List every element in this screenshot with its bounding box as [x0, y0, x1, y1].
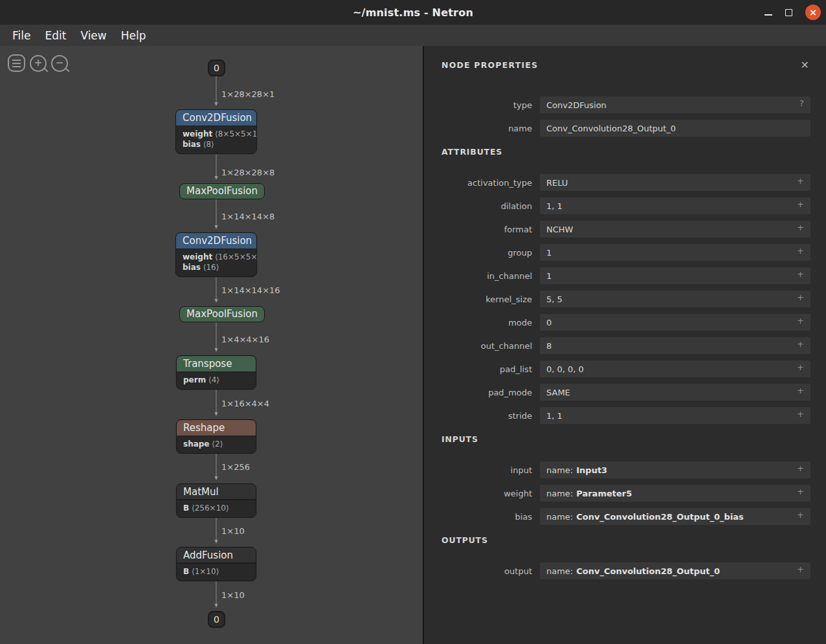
attribute-label: out_channel — [440, 341, 532, 351]
output-row-output: output name: Conv_Convolution28_Output_0… — [440, 562, 810, 579]
graph-node-output[interactable]: 0 — [208, 611, 225, 628]
input-value-box[interactable]: name: Parameter5 + — [540, 485, 810, 502]
attribute-value-box[interactable]: 8 + — [540, 337, 810, 354]
attribute-value-box[interactable]: RELU + — [540, 174, 810, 191]
attribute-value-box[interactable]: 5, 5 + — [540, 291, 810, 307]
attributes-title: ATTRIBUTES — [441, 147, 810, 157]
name-value-box[interactable]: Conv_Convolution28_Output_0 — [540, 120, 810, 137]
node-attrs: weight ⟨8×5×5×1⟩ bias ⟨8⟩ — [176, 126, 256, 153]
inputs-title: INPUTS — [441, 434, 810, 444]
zoom-in-icon[interactable]: + — [30, 55, 47, 72]
edge-shape-label: 1×16×4×4 — [221, 399, 269, 408]
attribute-value: SAME — [546, 388, 570, 397]
attribute-value: 1 — [546, 248, 552, 258]
expand-icon[interactable]: + — [797, 363, 804, 372]
output-value-box[interactable]: name: Conv_Convolution28_Output_0 + — [540, 562, 810, 579]
node-attrs: B ⟨1×10⟩ — [177, 563, 256, 581]
graph-node-transpose[interactable]: Transpose perm ⟨4⟩ — [176, 355, 256, 390]
attribute-value: 0, 0, 0, 0 — [546, 364, 584, 374]
graph-node-input[interactable]: 0 — [208, 60, 225, 76]
attr-name: shape — [183, 439, 210, 449]
attribute-value-box[interactable]: 1 + — [540, 267, 810, 284]
attribute-label: in_channel — [440, 271, 532, 281]
attr-value: ⟨8⟩ — [203, 140, 214, 149]
outputs-title: OUTPUTS — [441, 535, 810, 545]
help-icon[interactable]: ? — [799, 99, 804, 107]
name-prefix: name: — [546, 489, 573, 498]
graph-node-conv2dfusion-2[interactable]: Conv2DFusion weight ⟨16×5×5×8⟩ bias ⟨16⟩ — [175, 232, 257, 277]
attr-name: B — [183, 567, 189, 576]
expand-icon[interactable]: + — [797, 316, 804, 325]
input-label: input — [440, 465, 532, 475]
node-title: Reshape — [177, 420, 256, 436]
menu-item-view[interactable]: View — [73, 29, 113, 42]
input-value-box[interactable]: name: Input3 + — [540, 461, 810, 478]
input-value-box[interactable]: name: Conv_Convolution28_Output_0_bias + — [540, 508, 810, 525]
edge-shape-label: 1×10 — [221, 526, 245, 536]
attribute-label: dilation — [440, 201, 532, 211]
attribute-value: 1, 1 — [546, 201, 563, 211]
expand-icon[interactable]: + — [797, 223, 804, 232]
expand-icon[interactable]: + — [797, 200, 804, 208]
menu-item-file[interactable]: File — [5, 29, 38, 42]
expand-icon[interactable]: + — [797, 177, 804, 185]
window-title: ~/mnist.ms - Netron — [353, 6, 473, 19]
attribute-row-pad-mode: pad_mode SAME + — [440, 384, 810, 401]
attribute-row-mode: mode 0 + — [440, 314, 810, 331]
property-row-name: name Conv_Convolution28_Output_0 — [440, 120, 810, 137]
menu-item-help[interactable]: Help — [114, 29, 153, 42]
attribute-value-box[interactable]: 0, 0, 0, 0 + — [540, 361, 810, 377]
node-title: AddFusion — [177, 548, 256, 563]
attribute-value-box[interactable]: 1, 1 + — [540, 407, 810, 424]
graph-node-reshape[interactable]: Reshape shape ⟨2⟩ — [176, 419, 256, 454]
expand-icon[interactable]: + — [797, 410, 804, 418]
expand-icon[interactable]: + — [797, 386, 804, 395]
attribute-row-dilation: dilation 1, 1 + — [440, 197, 810, 214]
expand-icon[interactable]: + — [797, 247, 804, 255]
panel-title: NODE PROPERTIES — [441, 60, 810, 70]
graph-node-maxpoolfusion-1[interactable]: MaxPoolFusion — [179, 183, 265, 199]
property-value: Conv_Convolution28_Output_0 — [546, 124, 676, 133]
property-row-type: type Conv2DFusion ? — [440, 96, 810, 113]
output-label: output — [440, 566, 532, 576]
window-controls: × — [765, 0, 821, 25]
attribute-value-box[interactable]: SAME + — [540, 384, 810, 401]
attribute-row-out-channel: out_channel 8 + — [440, 337, 810, 354]
close-button[interactable]: × — [805, 5, 821, 20]
graph-node-matmul[interactable]: MatMul B ⟨256×10⟩ — [176, 483, 256, 518]
attribute-value-box[interactable]: 1, 1 + — [540, 197, 810, 214]
maximize-button[interactable] — [785, 9, 792, 16]
expand-icon[interactable]: + — [797, 511, 804, 519]
menu-bar: File Edit View Help — [0, 25, 826, 46]
graph-node-maxpoolfusion-2[interactable]: MaxPoolFusion — [179, 306, 265, 322]
attr-value: ⟨16×5×5×8⟩ — [215, 252, 257, 261]
attribute-value: 1 — [546, 271, 552, 281]
expand-icon[interactable]: + — [797, 487, 804, 496]
attribute-row-pad-list: pad_list 0, 0, 0, 0 + — [440, 361, 810, 377]
attr-value: ⟨8×5×5×1⟩ — [215, 129, 257, 139]
expand-icon[interactable]: + — [797, 340, 804, 348]
expand-icon[interactable]: + — [797, 293, 804, 302]
expand-icon[interactable]: + — [797, 270, 804, 278]
minimize-button[interactable] — [765, 14, 772, 16]
menu-item-edit[interactable]: Edit — [38, 29, 73, 42]
zoom-out-icon[interactable]: − — [51, 55, 68, 72]
graph-node-conv2dfusion-1[interactable]: Conv2DFusion weight ⟨8×5×5×1⟩ bias ⟨8⟩ — [175, 109, 257, 154]
edge-shape-label: 1×4×4×16 — [221, 335, 269, 344]
menu-icon[interactable] — [8, 54, 25, 72]
input-label: weight — [440, 489, 532, 498]
close-icon[interactable]: ✕ — [801, 59, 809, 71]
input-value: Parameter5 — [576, 489, 632, 498]
attr-value: ⟨2⟩ — [212, 439, 223, 449]
attribute-value-box[interactable]: NCHW + — [540, 221, 810, 238]
attribute-label: mode — [440, 318, 532, 328]
expand-icon[interactable]: + — [797, 565, 804, 573]
property-value: Conv2DFusion — [546, 100, 607, 110]
attribute-value-box[interactable]: 1 + — [540, 244, 810, 261]
graph-node-addfusion[interactable]: AddFusion B ⟨1×10⟩ — [176, 547, 256, 581]
attribute-value-box[interactable]: 0 + — [540, 314, 810, 331]
edge-shape-label: 1×14×14×16 — [221, 285, 280, 295]
expand-icon[interactable]: + — [797, 464, 804, 472]
type-value-box[interactable]: Conv2DFusion ? — [540, 96, 810, 113]
graph-canvas[interactable]: + − 1×28×28×1 1×28×28×8 1×14×14×8 1×14×1… — [0, 46, 423, 644]
